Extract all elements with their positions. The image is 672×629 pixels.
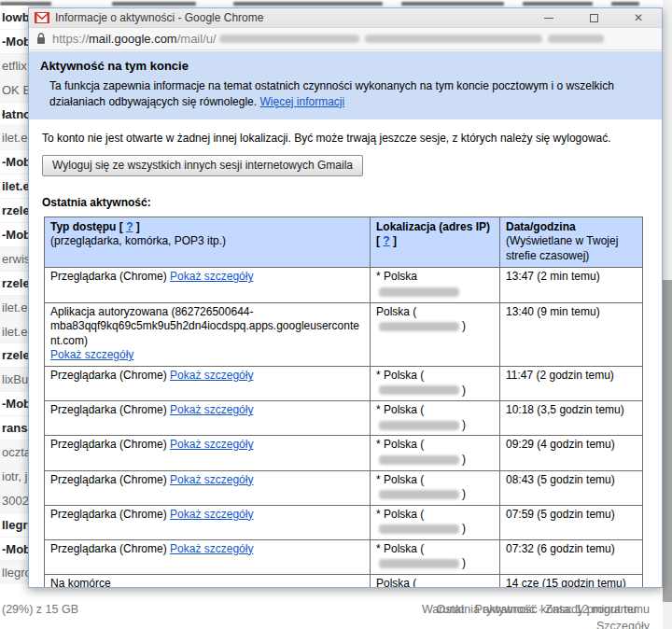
show-details-link[interactable]: Pokaż szczegóły — [170, 542, 253, 555]
show-details-link[interactable]: Pokaż szczegóły — [170, 270, 253, 283]
access-type-header: Typ dostępu [ ? ] (przeglądarka, komórka… — [45, 217, 371, 268]
location-cell: * Polska — [371, 268, 500, 302]
background-footer: (29%) z 15 GB Warunki · Prywatność · Zas… — [0, 595, 663, 629]
location-header-title: Lokalizacja (adres IP) — [376, 220, 490, 233]
access-type-header-sub: (przeglądarka, komórka, POP3 itp.) — [50, 234, 226, 247]
session-note: To konto nie jest otwarte w żadnej innej… — [42, 132, 639, 145]
page-scrollbar[interactable] — [663, 0, 672, 629]
table-row: Przeglądarka (Chrome) Pokaż szczegóły* P… — [45, 366, 643, 400]
window-title: Informacje o aktywności - Google Chrome — [55, 11, 542, 24]
location-cell: Polska () — [371, 302, 500, 366]
show-details-link[interactable]: Pokaż szczegóły — [170, 438, 253, 451]
inbox-sender-list: lowbo-MobietflixOK Ecłatnośilet.ei-Mobii… — [0, 6, 28, 584]
location-cell: * Polska () — [371, 539, 500, 574]
inbox-sender[interactable]: llegro — [0, 513, 28, 538]
inbox-sender[interactable]: ransa — [0, 416, 28, 440]
redacted-ip — [379, 385, 459, 395]
scrollbar-thumb[interactable] — [663, 280, 672, 602]
inbox-sender[interactable]: lixBus — [0, 368, 28, 392]
datetime-cell: 14 cze (15 godzin temu) — [500, 575, 643, 587]
cutoff-text-fragment — [112, 2, 196, 6]
redacted-url-segment — [548, 35, 604, 43]
help-bracket: ] — [133, 220, 139, 233]
access-type-cell: Przeglądarka (Chrome) Pokaż szczegóły — [45, 366, 371, 400]
location-cell: * Polska () — [371, 470, 500, 505]
inbox-sender[interactable]: iotr, ja — [0, 465, 28, 489]
url-path: /mail/u/ — [177, 32, 217, 46]
inbox-sender[interactable]: rzelew — [0, 343, 28, 368]
table-row: Na komórcePolska ()14 cze (15 godzin tem… — [45, 575, 643, 587]
inbox-sender[interactable]: -Mobi — [0, 392, 28, 416]
inbox-sender[interactable]: -Mobi — [0, 150, 28, 175]
redacted-ip — [379, 421, 459, 430]
datetime-header: Data/godzina (Wyświetlane w Twojej stref… — [500, 217, 643, 268]
inbox-sender[interactable]: lowbo — [0, 6, 28, 30]
inbox-sender[interactable]: -Mobi — [0, 538, 28, 562]
inbox-sender[interactable]: etflix — [0, 54, 28, 78]
lock-icon[interactable] — [36, 33, 46, 45]
page-header-band: Aktywność na tym koncie Ta funkcja zapew… — [29, 51, 662, 119]
url-host: mail.google.com — [89, 32, 177, 46]
redacted-ip — [379, 490, 459, 499]
datetime-cell: 08:43 (5 godzin temu) — [500, 470, 643, 505]
redacted-ip — [379, 524, 459, 534]
access-type-cell: Przeglądarka (Chrome) Pokaż szczegóły — [45, 436, 371, 470]
access-type-cell: Aplikacja autoryzowana (862726500644-mba… — [45, 302, 371, 366]
inbox-sender[interactable]: ilet.ei — [0, 296, 28, 320]
inbox-sender[interactable]: ilet.ei — [0, 126, 28, 150]
redacted-ip — [379, 322, 459, 331]
inbox-sender[interactable]: ilet.ei — [0, 320, 28, 344]
location-help-link[interactable]: ? — [383, 234, 389, 247]
datetime-header-sub: (Wyświetlane w Twojej strefie czasowej) — [506, 234, 618, 262]
access-type-text: Aplikacja autoryzowana (862726500644-mba… — [50, 305, 359, 347]
datetime-header-title: Data/godzina — [506, 220, 576, 233]
inbox-sender[interactable]: -Mobi — [0, 30, 28, 54]
page-description: Ta funkcja zapewnia informacje na temat … — [49, 78, 633, 110]
access-type-text: Przeglądarka (Chrome) — [50, 438, 167, 451]
inbox-sender[interactable]: llegro — [0, 561, 28, 584]
inbox-sender[interactable]: ilet.ei — [0, 175, 28, 199]
inbox-sender[interactable]: rzelew — [0, 272, 28, 296]
help-bracket: ] — [390, 234, 397, 247]
location-header: Lokalizacja (adres IP) [ ? ] — [371, 217, 500, 268]
background-inbox-top-row — [0, 0, 663, 7]
window-titlebar[interactable]: Informacje o aktywności - Google Chrome … — [29, 8, 662, 28]
redacted-ip — [379, 559, 459, 568]
datetime-cell: 07:32 (6 godzin temu) — [500, 539, 643, 574]
table-row: Przeglądarka (Chrome) Pokaż szczegóły* P… — [45, 539, 643, 574]
minimize-button[interactable] — [542, 11, 555, 24]
table-row: Przeglądarka (Chrome) Pokaż szczegóły* P… — [45, 505, 643, 539]
cutoff-text-fragment — [523, 2, 593, 6]
access-type-text: Przeglądarka (Chrome) — [50, 403, 167, 416]
location-cell: * Polska () — [371, 505, 500, 539]
more-info-link[interactable]: Więcej informacji — [259, 95, 344, 108]
page-title: Aktywność na tym koncie — [40, 59, 651, 73]
close-button[interactable]: ✕ — [632, 11, 645, 24]
last-activity-label: Ostatnia aktywność: — [42, 196, 662, 209]
location-cell: * Polska () — [371, 436, 500, 470]
datetime-cell: 09:29 (4 godzin temu) — [500, 436, 643, 470]
maximize-button[interactable] — [587, 11, 600, 24]
show-details-link[interactable]: Pokaż szczegóły — [50, 348, 133, 361]
maximize-icon — [590, 14, 598, 22]
inbox-sender[interactable]: erwis — [0, 247, 28, 272]
show-details-link[interactable]: Pokaż szczegóły — [170, 508, 253, 521]
access-type-text: Na komórce — [50, 577, 111, 587]
access-type-cell: Na komórce — [45, 575, 371, 587]
inbox-sender[interactable]: rzelew — [0, 199, 28, 223]
table-row: Przeglądarka (Chrome) Pokaż szczegóły* P… — [45, 268, 643, 302]
inbox-sender[interactable]: oczta — [0, 440, 28, 465]
logout-all-sessions-button[interactable]: Wyloguj się ze wszystkich innych sesji i… — [42, 155, 363, 176]
activity-details-link[interactable]: Szczegóły — [596, 620, 650, 629]
inbox-sender[interactable]: 30024 — [0, 489, 28, 513]
address-bar[interactable]: https://mail.google.com/mail/u/ — [29, 28, 662, 50]
redacted-ip — [379, 287, 459, 297]
inbox-sender[interactable]: łatnoś — [0, 103, 28, 127]
show-details-link[interactable]: Pokaż szczegóły — [170, 369, 253, 382]
datetime-cell: 11:47 (2 godzin temu) — [500, 366, 643, 400]
inbox-sender[interactable]: OK Ec — [0, 78, 28, 103]
last-account-activity: Ostatnia aktywność konta: 12 minut temu — [436, 603, 650, 616]
show-details-link[interactable]: Pokaż szczegóły — [170, 403, 253, 416]
show-details-link[interactable]: Pokaż szczegóły — [170, 473, 253, 486]
inbox-sender[interactable]: -Mobi — [0, 223, 28, 247]
